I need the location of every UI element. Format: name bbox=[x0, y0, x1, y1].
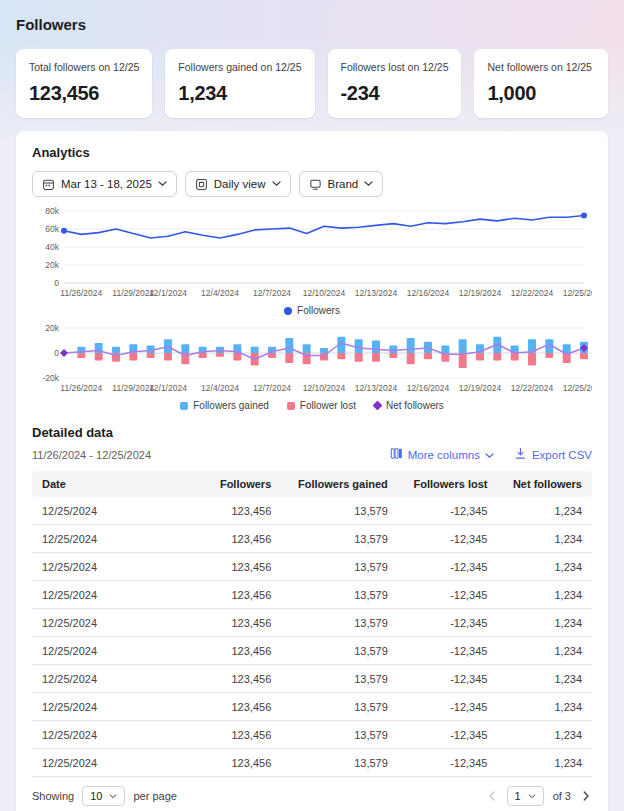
svg-text:11/26/2024: 11/26/2024 bbox=[60, 383, 102, 393]
per-page-label: per page bbox=[133, 790, 176, 802]
legend-label: Followers gained bbox=[193, 400, 269, 411]
legend-label: Followers bbox=[297, 305, 340, 316]
table-header: DateFollowersFollowers gainedFollowers l… bbox=[32, 471, 592, 497]
table-footer: Showing 10 per page 1 of 3 bbox=[32, 786, 592, 806]
page-count-label: of 3 bbox=[553, 790, 571, 802]
cell-date: 12/25/2024 bbox=[32, 721, 206, 749]
chevron-down-icon bbox=[528, 794, 536, 799]
cell-date: 12/25/2024 bbox=[32, 749, 206, 777]
cell-date: 12/25/2024 bbox=[32, 609, 206, 637]
cell-followers: 123,456 bbox=[206, 581, 282, 609]
page-select[interactable]: 1 bbox=[507, 786, 544, 806]
cell-followers-lost: -12,345 bbox=[398, 749, 498, 777]
page-size-control: Showing 10 per page bbox=[32, 786, 177, 806]
cell-followers-lost: -12,345 bbox=[398, 553, 498, 581]
svg-text:12/10/2024: 12/10/2024 bbox=[303, 288, 346, 298]
line-chart-legend: Followers bbox=[32, 305, 592, 316]
lost-series-marker bbox=[287, 402, 295, 410]
table-row: 12/25/2024123,45613,579-12,3451,234 bbox=[32, 553, 592, 581]
svg-text:12/1/2024: 12/1/2024 bbox=[149, 383, 187, 393]
cell-followers-lost: -12,345 bbox=[398, 637, 498, 665]
cell-net-followers: 1,234 bbox=[497, 497, 592, 525]
stat-card-followers-gained: Followers gained on 12/25 1,234 bbox=[165, 49, 314, 118]
device-icon bbox=[309, 178, 322, 191]
cell-net-followers: 1,234 bbox=[497, 749, 592, 777]
stat-label: Followers lost on 12/25 bbox=[341, 61, 449, 73]
stat-value: 1,234 bbox=[178, 82, 301, 105]
table-header-row: DateFollowersFollowers gainedFollowers l… bbox=[32, 471, 592, 497]
page: Followers Total followers on 12/25 123,4… bbox=[0, 0, 624, 811]
detailed-data-table: DateFollowersFollowers gainedFollowers l… bbox=[32, 471, 592, 777]
chevron-down-icon bbox=[272, 181, 281, 187]
table-row: 12/25/2024123,45613,579-12,3451,234 bbox=[32, 665, 592, 693]
cell-followers-gained: 13,579 bbox=[281, 665, 398, 693]
column-header-followers: Followers bbox=[206, 471, 282, 497]
cell-followers-gained: 13,579 bbox=[281, 497, 398, 525]
svg-text:12/10/2024: 12/10/2024 bbox=[303, 383, 346, 393]
chevron-down-icon bbox=[158, 181, 167, 187]
table-row: 12/25/2024123,45613,579-12,3451,234 bbox=[32, 609, 592, 637]
svg-text:12/19/2024: 12/19/2024 bbox=[459, 288, 502, 298]
table-actions: More columns Export CSV bbox=[390, 447, 592, 462]
svg-text:12/25/2024: 12/25/2024 bbox=[563, 383, 592, 393]
svg-text:12/16/2024: 12/16/2024 bbox=[407, 383, 450, 393]
cell-followers-gained: 13,579 bbox=[281, 721, 398, 749]
showing-label: Showing bbox=[32, 790, 74, 802]
column-header-net-followers: Net followers bbox=[497, 471, 592, 497]
table-row: 12/25/2024123,45613,579-12,3451,234 bbox=[32, 693, 592, 721]
svg-text:80k: 80k bbox=[45, 206, 59, 216]
cell-followers-lost: -12,345 bbox=[398, 721, 498, 749]
current-page-value: 1 bbox=[515, 790, 521, 802]
previous-page-button[interactable] bbox=[486, 789, 498, 803]
cell-date: 12/25/2024 bbox=[32, 553, 206, 581]
cell-followers-gained: 13,579 bbox=[281, 749, 398, 777]
stat-label: Total followers on 12/25 bbox=[29, 61, 139, 73]
columns-icon bbox=[390, 447, 403, 462]
svg-text:12/16/2024: 12/16/2024 bbox=[407, 288, 450, 298]
stat-card-net-followers: Net followers on 12/25 1,000 bbox=[474, 49, 608, 118]
cell-followers-lost: -12,345 bbox=[398, 525, 498, 553]
export-csv-button[interactable]: Export CSV bbox=[514, 447, 592, 462]
cell-net-followers: 1,234 bbox=[497, 553, 592, 581]
cell-net-followers: 1,234 bbox=[497, 637, 592, 665]
download-icon bbox=[514, 447, 527, 462]
date-range-filter-button[interactable]: Mar 13 - 18, 2025 bbox=[32, 171, 177, 197]
next-page-button[interactable] bbox=[580, 789, 592, 803]
svg-text:20k: 20k bbox=[45, 260, 59, 270]
pager: 1 of 3 bbox=[486, 786, 592, 806]
table-row: 12/25/2024123,45613,579-12,3451,234 bbox=[32, 721, 592, 749]
cell-followers-gained: 13,579 bbox=[281, 553, 398, 581]
stat-card-followers-lost: Followers lost on 12/25 -234 bbox=[328, 49, 462, 118]
cell-followers-gained: 13,579 bbox=[281, 609, 398, 637]
stat-value: 1,000 bbox=[487, 82, 595, 105]
svg-text:60k: 60k bbox=[45, 224, 59, 234]
cell-followers-gained: 13,579 bbox=[281, 637, 398, 665]
brand-filter-button[interactable]: Brand bbox=[299, 171, 384, 197]
page-size-select[interactable]: 10 bbox=[82, 786, 125, 806]
view-granularity-filter-label: Daily view bbox=[214, 178, 266, 190]
gained-series-marker bbox=[180, 402, 188, 410]
svg-text:11/26/2024: 11/26/2024 bbox=[60, 288, 102, 298]
followers-series-marker bbox=[284, 307, 292, 315]
page-size-value: 10 bbox=[90, 790, 102, 802]
column-header-followers-gained: Followers gained bbox=[281, 471, 398, 497]
cell-date: 12/25/2024 bbox=[32, 637, 206, 665]
svg-text:12/7/2024: 12/7/2024 bbox=[253, 383, 291, 393]
svg-text:12/22/2024: 12/22/2024 bbox=[511, 288, 554, 298]
brand-filter-label: Brand bbox=[328, 178, 359, 190]
cell-date: 12/25/2024 bbox=[32, 497, 206, 525]
cell-followers-gained: 13,579 bbox=[281, 525, 398, 553]
chevron-right-icon bbox=[582, 791, 590, 801]
table-row: 12/25/2024123,45613,579-12,3451,234 bbox=[32, 581, 592, 609]
view-granularity-filter-button[interactable]: Daily view bbox=[185, 171, 291, 197]
legend-item-follower-lost: Follower lost bbox=[287, 400, 356, 411]
cell-followers: 123,456 bbox=[206, 665, 282, 693]
cell-followers: 123,456 bbox=[206, 721, 282, 749]
date-range-filter-label: Mar 13 - 18, 2025 bbox=[61, 178, 152, 190]
cell-followers-lost: -12,345 bbox=[398, 665, 498, 693]
cell-followers: 123,456 bbox=[206, 497, 282, 525]
svg-text:12/22/2024: 12/22/2024 bbox=[511, 383, 554, 393]
analytics-card: Analytics Mar 13 - 18, 2025 Daily view bbox=[16, 131, 608, 811]
cell-followers: 123,456 bbox=[206, 609, 282, 637]
more-columns-button[interactable]: More columns bbox=[390, 447, 494, 462]
